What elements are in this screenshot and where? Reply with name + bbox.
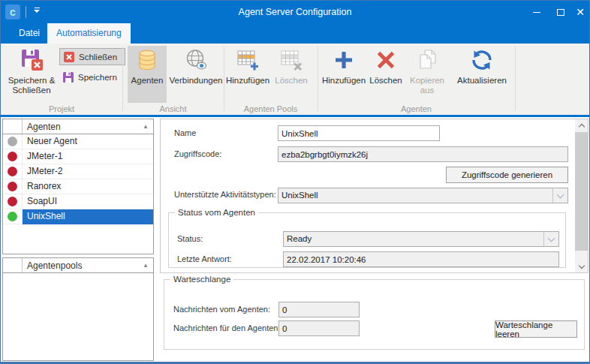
connections-view-button[interactable]: Verbindungen bbox=[168, 46, 224, 103]
agent-list-item[interactable]: JMeter-2 bbox=[3, 164, 153, 179]
sort-ascending-icon: ▲ bbox=[143, 262, 149, 269]
activity-types-value: UnixShell bbox=[281, 188, 318, 203]
agent-refresh-label: Aktualisieren bbox=[457, 76, 507, 86]
pool-add-label: Hinzufügen bbox=[226, 76, 269, 86]
sort-ascending-icon: ▲ bbox=[143, 123, 149, 130]
connections-globe-icon bbox=[184, 48, 208, 74]
minimize-icon bbox=[533, 12, 540, 13]
agent-add-label: Hinzufügen bbox=[322, 76, 366, 86]
status-dot bbox=[8, 137, 17, 146]
messages-from-agent-field[interactable] bbox=[278, 302, 360, 317]
scroll-thumb[interactable] bbox=[575, 132, 588, 251]
chevron-down-icon bbox=[578, 262, 584, 268]
agents-database-icon bbox=[135, 48, 159, 74]
close-project-button[interactable]: Schließen bbox=[59, 48, 125, 65]
agent-name: JMeter-1 bbox=[23, 149, 153, 164]
agent-copy-button[interactable]: Kopieren aus bbox=[405, 46, 449, 103]
group-label-ansicht: Ansicht bbox=[122, 104, 224, 114]
clear-queue-label: Warteschlange leeren bbox=[495, 320, 576, 338]
agent-delete-button[interactable]: Löschen bbox=[368, 46, 404, 103]
save-close-button[interactable]: Speichern & Schließen bbox=[7, 46, 56, 103]
scroll-up-button[interactable] bbox=[575, 119, 588, 131]
titlebar: c Agent Server Configuration ✕ bbox=[1, 1, 589, 23]
ribbon: Speichern & Schließen Schließen Speich bbox=[1, 44, 589, 115]
agents-view-button[interactable]: Agenten bbox=[128, 46, 167, 103]
status-select[interactable]: Ready bbox=[283, 231, 559, 247]
name-input[interactable] bbox=[278, 125, 440, 141]
agent-name: JMeter-2 bbox=[23, 164, 153, 179]
scroll-down-button[interactable] bbox=[575, 260, 588, 272]
name-label: Name bbox=[174, 128, 196, 137]
chevron-down-icon[interactable] bbox=[552, 188, 567, 203]
status-label: Status: bbox=[177, 234, 203, 243]
agent-add-button[interactable]: Hinzufügen bbox=[321, 46, 366, 103]
refresh-icon bbox=[470, 48, 494, 74]
status-value: Ready bbox=[287, 232, 312, 246]
status-dot bbox=[8, 167, 17, 176]
pools-list-header[interactable]: Agentenpools ▲ bbox=[3, 258, 153, 273]
tab-automatisierung[interactable]: Automatisierung bbox=[47, 23, 131, 44]
status-dot bbox=[8, 152, 17, 161]
activity-types-label: Unterstützte Aktivitätstypen: bbox=[174, 190, 276, 199]
group-separator bbox=[515, 47, 516, 111]
status-dot bbox=[8, 197, 17, 206]
pool-add-button[interactable]: Hinzufügen bbox=[225, 46, 270, 103]
main-area: Agenten ▲ Neuer Agent JMeter-1 JMeter-2 … bbox=[1, 117, 590, 362]
vertical-scrollbar[interactable] bbox=[575, 119, 588, 272]
agent-list-item[interactable]: Neuer Agent bbox=[3, 134, 153, 149]
pool-delete-button[interactable]: Löschen bbox=[272, 46, 311, 103]
access-code-field[interactable] bbox=[278, 146, 568, 162]
agent-list-item-selected[interactable]: UnixShell bbox=[3, 209, 153, 224]
group-separator bbox=[224, 47, 224, 111]
save-project-button[interactable]: Speichern bbox=[59, 68, 125, 86]
chevron-down-icon[interactable] bbox=[543, 232, 558, 246]
group-separator bbox=[318, 47, 318, 111]
close-icon: ✕ bbox=[576, 6, 585, 18]
close-file-icon bbox=[63, 51, 75, 63]
agent-server-configuration-window: c Agent Server Configuration ✕ Datei Aut… bbox=[0, 0, 590, 364]
agent-refresh-button[interactable]: Aktualisieren bbox=[452, 46, 512, 103]
messages-for-agent-field[interactable] bbox=[278, 320, 360, 336]
agent-name: Ranorex bbox=[23, 179, 153, 194]
save-close-icon bbox=[20, 48, 44, 74]
last-response-field[interactable] bbox=[283, 251, 559, 267]
agent-list-item[interactable]: Ranorex bbox=[3, 179, 153, 194]
agent-list-item[interactable]: JMeter-1 bbox=[3, 149, 153, 164]
agents-header-label: Agenten bbox=[23, 122, 143, 132]
agent-name: Neuer Agent bbox=[23, 134, 153, 149]
chevron-up-icon bbox=[578, 123, 584, 129]
agent-name: SoapUI bbox=[23, 194, 153, 209]
close-project-label: Schließen bbox=[79, 53, 117, 62]
agents-list-header[interactable]: Agenten ▲ bbox=[3, 119, 153, 134]
queue-group-title: Warteschlange bbox=[170, 275, 233, 284]
generate-access-code-label: Zugriffscode generieren bbox=[462, 170, 552, 179]
pools-header-label: Agentenpools bbox=[23, 260, 143, 271]
agents-list: Agenten ▲ Neuer Agent JMeter-1 JMeter-2 … bbox=[2, 119, 154, 254]
tab-datei[interactable]: Datei bbox=[10, 23, 49, 44]
clear-queue-button[interactable]: Warteschlange leeren bbox=[495, 320, 577, 338]
copy-icon bbox=[415, 48, 439, 74]
group-separator bbox=[122, 47, 123, 111]
maximize-icon bbox=[557, 9, 564, 16]
group-label-agenten: Agenten bbox=[318, 104, 515, 114]
close-button[interactable]: ✕ bbox=[569, 1, 590, 23]
agent-pools-list: Agentenpools ▲ bbox=[2, 257, 154, 361]
messages-for-agent-label: Nachrichten für den Agenten: bbox=[173, 323, 280, 332]
delete-x-icon bbox=[374, 48, 398, 74]
table-delete-icon bbox=[279, 48, 303, 74]
minimize-button[interactable] bbox=[525, 1, 548, 23]
access-code-label: Zugriffscode: bbox=[174, 149, 221, 158]
generate-access-code-button[interactable]: Zugriffscode generieren bbox=[446, 167, 568, 183]
connections-view-label: Verbindungen bbox=[170, 76, 223, 86]
group-label-agenten-pools: Agenten Pools bbox=[224, 104, 318, 114]
save-close-label: Speichern & Schließen bbox=[7, 76, 56, 95]
agent-copy-label: Kopieren aus bbox=[405, 76, 449, 95]
status-dot bbox=[8, 182, 17, 191]
agent-list-item[interactable]: SoapUI bbox=[3, 194, 153, 209]
add-plus-icon bbox=[332, 48, 356, 74]
activity-types-select[interactable]: UnixShell bbox=[278, 188, 568, 203]
last-response-label: Letzte Antwort: bbox=[177, 254, 232, 263]
window-title: Agent Server Configuration bbox=[1, 1, 589, 23]
agent-delete-label: Löschen bbox=[369, 76, 402, 86]
save-project-label: Speichern bbox=[78, 73, 117, 82]
